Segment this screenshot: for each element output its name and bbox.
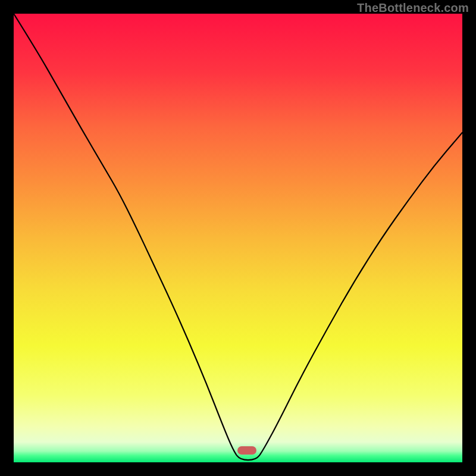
watermark-text: TheBottleneck.com [357, 1, 469, 15]
svg-rect-0 [14, 14, 462, 462]
chart-frame: TheBottleneck.com [0, 0, 476, 476]
plot-area [14, 14, 462, 462]
optimal-marker [237, 446, 256, 455]
background-gradient [14, 14, 462, 462]
